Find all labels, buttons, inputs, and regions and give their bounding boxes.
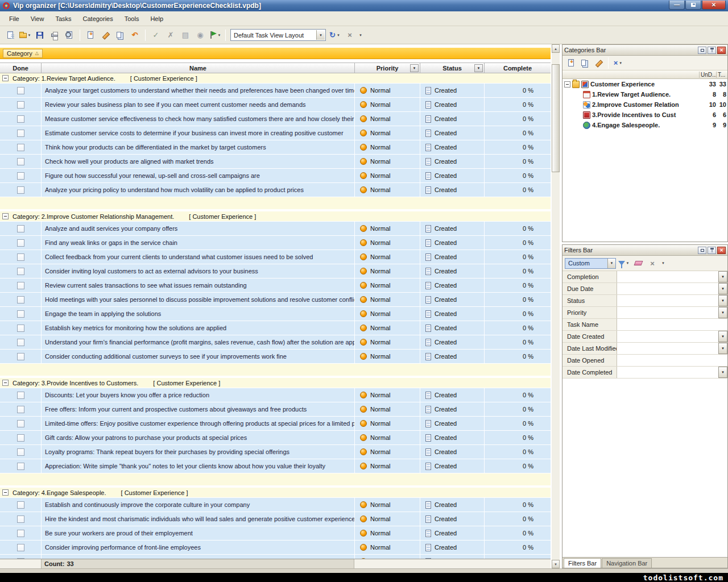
- task-status-cell[interactable]: Created: [420, 264, 484, 278]
- filter-dropdown-button[interactable]: ▼: [718, 367, 727, 378]
- category-group-header[interactable]: Category: 1.Review Target Audience.[ Cus…: [0, 73, 551, 83]
- task-name-cell[interactable]: Analyze your pricing policy to understan…: [42, 183, 354, 197]
- category-tree-root[interactable]: Customer Experience3333: [562, 79, 727, 89]
- mark-cancelled-button[interactable]: ✗: [164, 28, 177, 42]
- collapse-icon[interactable]: [2, 213, 9, 219]
- task-done-checkbox[interactable]: [17, 544, 24, 551]
- toolbar-overflow-icon[interactable]: ▼: [358, 34, 363, 37]
- task-done-checkbox[interactable]: [17, 434, 24, 442]
- filter-value-cell[interactable]: [617, 367, 718, 378]
- task-priority-cell[interactable]: Normal: [355, 417, 420, 430]
- task-name-cell[interactable]: Consider conducting additional customer …: [42, 350, 354, 363]
- filter-preset-combo[interactable]: Custom ▼: [565, 258, 616, 269]
- column-header-done[interactable]: Done: [0, 63, 41, 73]
- task-priority-cell[interactable]: Normal: [355, 321, 420, 335]
- task-name-cell[interactable]: Collect feedback from your current clien…: [42, 250, 354, 264]
- task-name-cell[interactable]: Free offers: Inform your current and pro…: [42, 402, 354, 416]
- status-filter-dropdown[interactable]: ▼: [474, 64, 483, 72]
- delete-filter-button[interactable]: ×: [646, 257, 659, 269]
- task-done-checkbox[interactable]: [17, 310, 24, 318]
- task-priority-cell[interactable]: Normal: [355, 388, 420, 402]
- task-done-checkbox[interactable]: [17, 296, 24, 304]
- task-done-checkbox[interactable]: [17, 392, 24, 399]
- delete-category-button[interactable]: ×▼: [612, 57, 624, 69]
- column-header-status[interactable]: Status▼: [420, 63, 484, 73]
- task-done-checkbox[interactable]: [17, 115, 24, 123]
- task-name-cell[interactable]: Establish and continuously improve the c…: [42, 498, 354, 512]
- collapse-icon[interactable]: [564, 81, 570, 88]
- task-done-checkbox[interactable]: [17, 225, 24, 232]
- task-priority-cell[interactable]: Normal: [355, 541, 420, 554]
- minimize-button[interactable]: —: [669, 1, 685, 10]
- panel-close-button[interactable]: ✕: [717, 247, 726, 254]
- task-status-cell[interactable]: Created: [420, 512, 484, 526]
- collapse-icon[interactable]: [2, 75, 9, 81]
- task-status-cell[interactable]: Created: [420, 140, 484, 154]
- filter-dropdown-button[interactable]: ▼: [718, 343, 727, 354]
- task-status-cell[interactable]: Created: [420, 402, 484, 416]
- task-name-cell[interactable]: Hire the kindest and most charismatic in…: [42, 512, 354, 526]
- task-name-cell[interactable]: Establish key metrics for monitoring how…: [42, 321, 354, 335]
- maximize-button[interactable]: [685, 1, 701, 10]
- category-group-header[interactable]: Category: 3.Provide Incentives to Custom…: [0, 378, 551, 388]
- task-status-cell[interactable]: Created: [420, 307, 484, 321]
- task-notes-button[interactable]: ▤: [179, 28, 192, 42]
- clear-filter-button[interactable]: [632, 257, 644, 269]
- task-done-checkbox[interactable]: [17, 172, 24, 180]
- task-status-cell[interactable]: Created: [420, 84, 484, 97]
- task-name-cell[interactable]: Analyze and audit services your company …: [42, 222, 354, 235]
- task-priority-cell[interactable]: Normal: [355, 498, 420, 512]
- task-done-checkbox[interactable]: [17, 420, 24, 427]
- task-done-checkbox[interactable]: [17, 353, 24, 360]
- task-priority-cell[interactable]: Normal: [355, 335, 420, 349]
- task-status-cell[interactable]: Created: [420, 112, 484, 126]
- filter-value-cell[interactable]: [617, 307, 718, 318]
- filter-value-cell[interactable]: [617, 283, 718, 294]
- apply-filter-button[interactable]: ▼: [618, 257, 630, 269]
- task-name-cell[interactable]: Review current sales transactions to see…: [42, 278, 354, 292]
- task-priority-cell[interactable]: Normal: [355, 98, 420, 111]
- tab-navigation-bar[interactable]: Navigation Bar: [602, 558, 652, 568]
- task-status-cell[interactable]: Created: [420, 526, 484, 540]
- task-name-cell[interactable]: Consider inviting loyal customers to act…: [42, 264, 354, 278]
- task-priority-cell[interactable]: Normal: [355, 112, 420, 126]
- start-task-button[interactable]: ▼: [208, 28, 222, 42]
- new-file-button[interactable]: [3, 28, 17, 42]
- scroll-up-button[interactable]: ▲: [552, 44, 560, 53]
- filter-dropdown-button[interactable]: ▼: [718, 283, 727, 294]
- task-done-checkbox[interactable]: [17, 325, 24, 332]
- filter-value-cell[interactable]: [617, 343, 718, 354]
- task-priority-cell[interactable]: Normal: [355, 183, 420, 197]
- task-status-cell[interactable]: Created: [420, 459, 484, 473]
- priority-filter-dropdown[interactable]: ▼: [410, 64, 419, 72]
- filter-value-cell[interactable]: [617, 355, 727, 366]
- task-status-cell[interactable]: Created: [420, 183, 484, 197]
- task-name-cell[interactable]: Think how your products can be different…: [42, 140, 354, 154]
- task-priority-cell[interactable]: Normal: [355, 555, 420, 559]
- task-priority-cell[interactable]: Normal: [355, 126, 420, 140]
- task-status-cell[interactable]: Created: [420, 250, 484, 264]
- chevron-down-icon[interactable]: ▼: [316, 30, 325, 40]
- task-priority-cell[interactable]: Normal: [355, 222, 420, 235]
- task-done-checkbox[interactable]: [17, 130, 24, 137]
- task-status-cell[interactable]: Created: [420, 350, 484, 363]
- task-name-cell[interactable]: Loyalty programs: Thank repeat buyers fo…: [42, 445, 354, 459]
- task-done-checkbox[interactable]: [17, 448, 24, 456]
- undone-column-header[interactable]: UnD...: [699, 72, 716, 78]
- total-column-header[interactable]: T...: [716, 72, 727, 78]
- edit-category-button[interactable]: [592, 57, 605, 69]
- panel-close-button[interactable]: ✕: [717, 47, 726, 54]
- task-priority-cell[interactable]: Normal: [355, 459, 420, 473]
- task-status-cell[interactable]: Created: [420, 236, 484, 250]
- task-status-cell[interactable]: Created: [420, 541, 484, 554]
- menu-item-view[interactable]: View: [25, 14, 50, 24]
- panel-restore-button[interactable]: [698, 47, 706, 54]
- task-priority-cell[interactable]: Normal: [355, 350, 420, 363]
- task-status-cell[interactable]: Created: [420, 498, 484, 512]
- task-name-cell[interactable]: Appreciation: Write simple "thank you" n…: [42, 459, 354, 473]
- task-done-checkbox[interactable]: [17, 186, 24, 194]
- group-by-category-button[interactable]: Category △: [3, 49, 43, 58]
- chevron-down-icon[interactable]: ▼: [607, 259, 615, 268]
- task-priority-cell[interactable]: Normal: [355, 264, 420, 278]
- task-done-checkbox[interactable]: [17, 158, 24, 165]
